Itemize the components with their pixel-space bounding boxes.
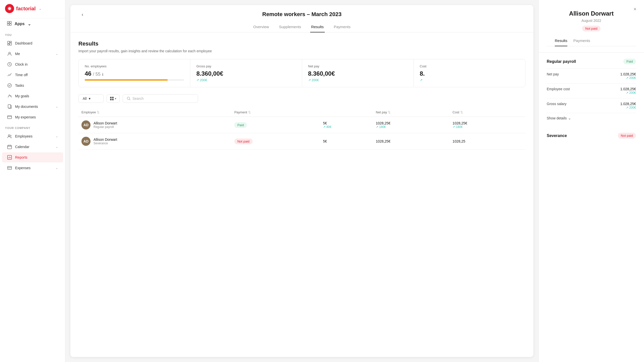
gross-salary-change: ↗ 200€ — [620, 106, 636, 109]
severance-badge: Not paid — [618, 133, 636, 139]
stat-net-pay-label: Net pay — [308, 64, 407, 68]
detail-tab-payments[interactable]: Payments — [573, 35, 590, 46]
row1-cost: 1028,25€ ↗ 180€ — [449, 117, 525, 133]
sidebar-item-my-expenses[interactable]: My expenses — [2, 112, 63, 122]
apps-chevron: ⌄ — [28, 22, 31, 26]
row2-amount-value: 5€ — [323, 139, 370, 143]
sidebar-item-my-documents[interactable]: My documents ⌄ — [2, 102, 63, 112]
employee-cost-amount: 1.028,25€ — [620, 87, 636, 91]
sidebar-item-apps[interactable]: Apps ⌄ — [2, 19, 63, 29]
col-empty — [320, 108, 373, 117]
detail-header: Allison Dorwart August 2022 Not paid Res… — [539, 0, 644, 53]
employee-cost-change: ↗ 200€ — [620, 91, 636, 95]
sidebar-item-dashboard[interactable]: Dashboard — [2, 38, 63, 48]
content-wrapper: ‹ Remote workers – March 2023 Overview S… — [65, 0, 644, 362]
filter-row: All ▾ ▾ — [78, 94, 525, 103]
stat-cost: Cost 8. ↗ — [414, 59, 525, 87]
search-box[interactable]: Search — [123, 94, 198, 103]
stat-employees-info-icon: ℹ — [102, 72, 103, 76]
severance-section: Severance Not paid — [547, 129, 636, 142]
clock-in-icon — [7, 62, 12, 67]
row1-net-pay-change: ↗ 180€ — [376, 125, 446, 129]
sidebar-item-expenses[interactable]: Expenses ⌄ — [2, 163, 63, 173]
sidebar-item-employees[interactable]: Employees ⌄ — [2, 131, 63, 141]
logo-text: factorial — [16, 6, 36, 12]
svg-point-12 — [8, 84, 12, 87]
time-off-icon — [7, 72, 12, 77]
employees-table: Employee ⇅ Payment ⇅ Net pay ⇅ — [78, 108, 525, 150]
sidebar-item-clock-in[interactable]: Clock in — [2, 59, 63, 69]
close-button[interactable]: × — [631, 5, 639, 13]
tab-supplements[interactable]: Supplements — [278, 22, 302, 32]
show-details-button[interactable]: Show details ⌄ — [547, 113, 636, 123]
row2-name: Allison Dorwart — [94, 138, 117, 142]
regular-payroll-section: Regular payroll Paid Net pay 1.028,25€ ↗… — [547, 59, 636, 123]
logo-icon — [5, 4, 14, 13]
detail-tab-results[interactable]: Results — [555, 35, 567, 46]
row1-cost-value: 1028,25€ — [452, 121, 522, 125]
all-filter[interactable]: All ▾ — [78, 94, 104, 103]
tab-overview[interactable]: Overview — [252, 22, 270, 32]
sort-icon-employee: ⇅ — [97, 110, 100, 114]
sort-icon-cost: ⇅ — [460, 110, 463, 114]
table-row[interactable]: AD Allison Dorwart Severance Not paid — [78, 133, 525, 150]
svg-rect-8 — [8, 44, 9, 45]
sidebar-item-me[interactable]: Me ⌄ — [2, 49, 63, 59]
stat-gross-pay: Gross pay 8.360,00€ ↗ 200€ — [190, 59, 302, 87]
stat-employees-label: No. employees — [85, 64, 184, 68]
svg-point-1 — [8, 7, 11, 10]
stat-net-pay-change: ↗ 200€ — [308, 78, 407, 82]
net-pay-row: Net pay 1.028,25€ ↗ 200€ — [547, 68, 636, 83]
stat-gross-pay-change: ↗ 200€ — [196, 78, 296, 82]
grid-view-toggle[interactable]: ▾ — [107, 94, 120, 103]
expenses-icon — [7, 165, 12, 170]
me-label: Me — [15, 52, 20, 56]
trend-up-icon: ↗ — [196, 78, 199, 82]
sidebar-item-my-goals[interactable]: My goals — [2, 91, 63, 101]
gross-salary-value: 1.028,25€ ↗ 200€ — [620, 102, 636, 109]
payroll-body: Results Import your payroll results, gai… — [70, 32, 533, 357]
col-payment: Payment ⇅ — [231, 108, 320, 117]
my-goals-icon — [7, 94, 12, 99]
tab-results[interactable]: Results — [310, 22, 325, 32]
expenses-label: Expenses — [15, 166, 30, 170]
apps-label: Apps — [15, 22, 25, 26]
table-row[interactable]: AD Allison Dorwart Regular payroll Paid — [78, 117, 525, 133]
svg-point-15 — [8, 135, 10, 136]
tasks-icon — [7, 83, 12, 88]
back-button[interactable]: ‹ — [78, 10, 86, 18]
detail-tabs: Results Payments — [547, 35, 636, 46]
row1-amount: 5€ ↗ 80€ — [320, 117, 373, 133]
row1-net-pay-value: 1028,25€ — [376, 121, 446, 125]
row1-payment: Paid — [231, 117, 320, 133]
my-documents-icon — [7, 104, 12, 109]
dashboard-label: Dashboard — [15, 41, 32, 45]
detail-panel: × Allison Dorwart August 2022 Not paid R… — [538, 0, 644, 362]
row1-net-pay: 1028,25€ ↗ 180€ — [373, 117, 449, 133]
row1-avatar: AD — [81, 120, 90, 129]
logo: factorial ⌄ — [0, 4, 65, 18]
tab-payments[interactable]: Payments — [333, 22, 352, 32]
row2-cost-value: 1028,25 — [452, 139, 522, 143]
trend-up-icon-3: ↗ — [420, 78, 423, 82]
results-description: Import your payroll results, gain insigh… — [78, 49, 525, 53]
sidebar-item-tasks[interactable]: Tasks — [2, 80, 63, 90]
all-filter-chevron: ▾ — [89, 97, 90, 101]
employee-cost-label: Employee cost — [547, 87, 570, 91]
me-icon — [7, 51, 12, 56]
detail-body: Regular payroll Paid Net pay 1.028,25€ ↗… — [539, 53, 644, 148]
workspace-switcher-icon[interactable]: ⌄ — [39, 7, 42, 11]
sidebar-item-reports[interactable]: Reports — [2, 152, 63, 162]
sidebar-item-time-off[interactable]: Time off — [2, 70, 63, 80]
gross-salary-amount: 1.028,25€ — [620, 102, 636, 106]
progress-bar — [85, 79, 184, 81]
my-documents-label: My documents — [15, 105, 38, 109]
svg-rect-19 — [110, 97, 112, 98]
stat-net-pay: Net pay 8.360,00€ ↗ 200€ — [302, 59, 414, 87]
dashboard-icon — [7, 41, 12, 46]
sidebar-item-calendar[interactable]: Calendar ⌄ — [2, 142, 63, 152]
employees-chevron: ⌄ — [56, 134, 58, 138]
employees-label: Employees — [15, 134, 32, 138]
detail-status-badge: Not paid — [582, 26, 600, 31]
calendar-label: Calendar — [15, 145, 29, 149]
